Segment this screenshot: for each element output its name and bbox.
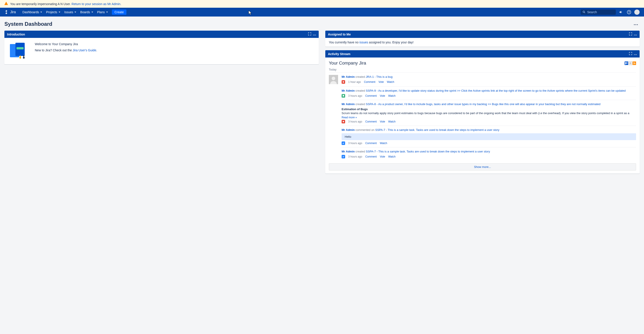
activity-time: 3 hours ago: [348, 155, 362, 158]
activity-watch-link[interactable]: Watch: [388, 120, 396, 123]
activity-content: Mr Admin commented on SSPA-7 - This is a…: [342, 128, 636, 145]
activity-view-icons: [624, 62, 636, 65]
intro-guide-line: New to Jira? Check out the Jira User's G…: [35, 48, 97, 52]
maximize-icon[interactable]: [308, 32, 311, 36]
nav-right: ?: [580, 10, 640, 15]
intro-text: Welcome to Your Company Jira New to Jira…: [35, 42, 97, 55]
activity-comment-link[interactable]: Comment: [365, 155, 376, 158]
activity-user-link[interactable]: Mr Admin: [342, 102, 354, 106]
svg-point-5: [636, 24, 636, 25]
svg-point-18: [635, 34, 636, 35]
gadget-menu-icon[interactable]: [313, 32, 316, 36]
svg-rect-23: [625, 62, 626, 64]
activity-watch-link[interactable]: Watch: [387, 80, 394, 84]
svg-rect-14: [20, 56, 21, 58]
column-right: Assigned to Me You currently have no iss…: [325, 30, 640, 174]
dashboard-more-button[interactable]: [632, 21, 640, 27]
activity-vote-link[interactable]: Vote: [380, 155, 385, 158]
gadget-title: Introduction: [7, 32, 25, 36]
help-icon[interactable]: ?: [626, 10, 632, 15]
activity-issue-link[interactable]: SSPA-7 - This is a sample task. Tasks ar…: [375, 128, 500, 132]
dashboard-columns: Introduction: [4, 30, 640, 174]
activity-time: 3 hours ago: [348, 142, 362, 145]
gadget-menu-icon[interactable]: [634, 52, 637, 56]
activity-user-link[interactable]: Mr Admin: [342, 150, 354, 153]
issues-link[interactable]: issues: [360, 40, 368, 44]
activity-user-link[interactable]: Mr Admin: [342, 128, 354, 132]
list-view-icon[interactable]: [628, 62, 632, 65]
return-session-link[interactable]: Return to your session as Mr Admin: [72, 2, 120, 6]
activity-user-link[interactable]: Mr Admin: [342, 89, 354, 92]
activity-description: Scrum teams do not normally apply story …: [342, 111, 636, 115]
nav-issues[interactable]: Issues: [64, 10, 76, 14]
banner-prefix: You are temporarily impersonating A N Us…: [10, 2, 72, 6]
activity-watch-link[interactable]: Watch: [388, 94, 396, 98]
activity-date-group: Today: [329, 68, 636, 71]
activity-watch-link[interactable]: Watch: [380, 142, 387, 145]
maximize-icon[interactable]: [629, 52, 632, 56]
gadget-menu-icon[interactable]: [634, 32, 637, 36]
activity-action: created: [356, 150, 365, 153]
nav-projects[interactable]: Projects: [46, 10, 60, 14]
nav-menu: Dashboards Projects Issues Boards Plans …: [22, 10, 580, 15]
activity-content: Mr Admin created SSPA-8 - As a product o…: [342, 102, 636, 123]
svg-point-20: [634, 54, 635, 55]
banner-text: You are temporarily impersonating A N Us…: [10, 2, 121, 6]
activity-vote-link[interactable]: Vote: [380, 94, 385, 98]
user-guide-link[interactable]: Jira User's Guide: [73, 48, 96, 52]
banner-suffix: .: [120, 2, 121, 6]
top-nav: Jira Dashboards Projects Issues Boards P…: [0, 8, 644, 16]
nav-plans[interactable]: Plans: [97, 10, 108, 14]
activity-comment-link[interactable]: Comment: [365, 142, 376, 145]
activity-item: Mr Admin commented on SSPA-7 - This is a…: [342, 126, 636, 147]
assigned-body: You currently have no issues assigned to…: [325, 38, 640, 47]
gadget-assigned: Assigned to Me You currently have no iss…: [325, 30, 640, 47]
intro-body: Welcome to Your Company Jira New to Jira…: [4, 38, 319, 64]
activity-vote-link[interactable]: Vote: [378, 80, 384, 84]
activity-comment-link[interactable]: Comment: [364, 80, 375, 84]
activity-watch-link[interactable]: Watch: [388, 155, 396, 158]
activity-meta: 1 hour agoCommentVoteWatch: [342, 80, 636, 84]
feedback-icon[interactable]: [618, 10, 624, 15]
search-input[interactable]: [587, 10, 614, 14]
intro-illustration: [9, 42, 31, 60]
gadget-title: Assigned to Me: [328, 32, 351, 36]
nav-boards[interactable]: Boards: [80, 10, 93, 14]
svg-point-32: [343, 81, 344, 82]
activity-summary: Mr Admin created SSPA-7 - This is a samp…: [342, 150, 636, 154]
issue-type-bug-icon: [342, 120, 345, 124]
activity-comment-link[interactable]: Comment: [365, 94, 376, 98]
create-button[interactable]: Create: [112, 10, 126, 15]
activity-issue-link[interactable]: SSPA-8 - As a product owner, I'd like to…: [366, 102, 600, 106]
full-view-icon[interactable]: [624, 62, 628, 65]
activity-issue-link[interactable]: SSPA-9 - As a developer, I'd like to upd…: [366, 89, 626, 92]
activity-comment-link[interactable]: Comment: [365, 120, 376, 123]
svg-point-17: [634, 34, 635, 35]
search-icon: [583, 10, 586, 14]
user-avatar[interactable]: [634, 10, 640, 15]
maximize-icon[interactable]: [629, 32, 632, 36]
nav-dashboards[interactable]: Dashboards: [22, 10, 42, 14]
activity-summary: Mr Admin created JRA-1 - This is a bug: [342, 75, 636, 79]
gadget-title: Activity Stream: [328, 52, 350, 56]
activity-issue-link[interactable]: SSPA-7 - This is a sample task. Tasks ar…: [366, 150, 490, 153]
user-avatar-icon[interactable]: [329, 75, 338, 84]
rss-icon[interactable]: [632, 62, 636, 65]
activity-action: created: [356, 75, 365, 78]
jira-logo[interactable]: Jira: [4, 10, 16, 14]
activity-issue-link[interactable]: JRA-1 - This is a bug: [366, 75, 392, 78]
activity-vote-link[interactable]: Vote: [380, 120, 385, 123]
show-more-button[interactable]: Show more...: [329, 163, 636, 170]
read-more-link[interactable]: Read more »: [342, 116, 357, 119]
search-box[interactable]: [580, 10, 616, 15]
impersonation-banner: You are temporarily impersonating A N Us…: [0, 0, 644, 8]
activity-item: Mr Admin created SSPA-7 - This is a samp…: [342, 147, 636, 160]
gadget-header: Assigned to Me: [325, 30, 640, 38]
activity-user-link[interactable]: Mr Admin: [342, 75, 354, 78]
page-header: System Dashboard: [4, 21, 640, 27]
activity-item: Mr Admin created SSPA-8 - As a product o…: [342, 100, 636, 125]
svg-point-7: [313, 34, 314, 35]
activity-subtitle: Estimation of Bugs: [342, 108, 636, 111]
chevron-down-icon: [74, 12, 76, 12]
activity-action: commented on: [356, 128, 374, 132]
